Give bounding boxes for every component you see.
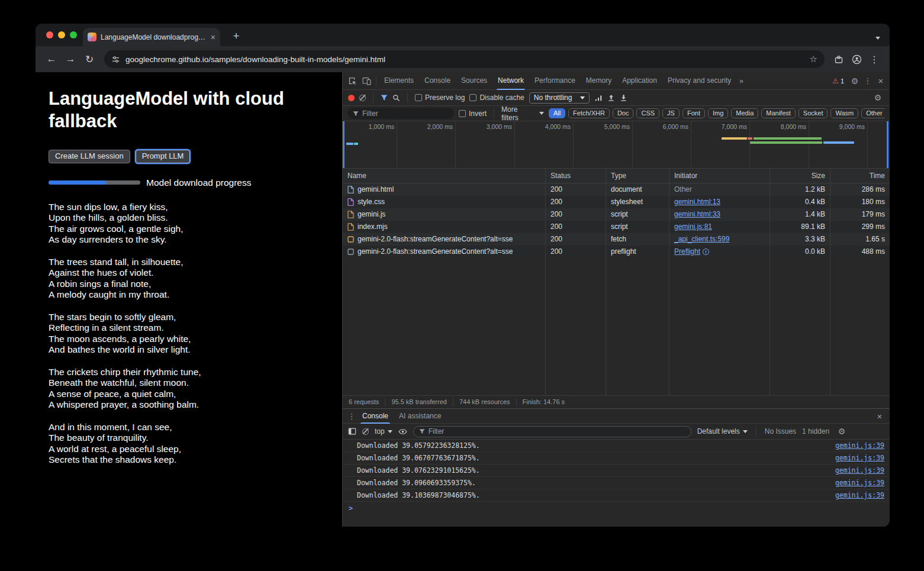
filter-pill-font[interactable]: Font: [682, 108, 705, 118]
devtools-settings-button[interactable]: ⚙: [848, 76, 861, 86]
overview-left-handle[interactable]: [343, 121, 345, 168]
drawer-tab-ai-assistance[interactable]: AI assistance: [394, 409, 446, 424]
create-llm-session-button[interactable]: Create LLM session: [49, 150, 130, 163]
console-sidebar-button[interactable]: [348, 427, 356, 435]
tab-application[interactable]: Application: [617, 72, 662, 90]
console-prompt[interactable]: >: [343, 502, 890, 515]
tab-elements[interactable]: Elements: [379, 72, 419, 90]
log-levels-select[interactable]: Default levels: [697, 427, 748, 435]
warning-icon: ⚠: [832, 78, 839, 85]
filter-pill-socket[interactable]: Socket: [799, 108, 828, 118]
import-har-button[interactable]: [607, 94, 615, 102]
header-status[interactable]: Status: [546, 169, 606, 183]
table-row[interactable]: index.mjs 200 script gemini.js:81 89.1 k…: [343, 221, 890, 233]
console-source-link[interactable]: gemini.js:39: [828, 491, 884, 499]
initiator-link[interactable]: Preflight: [674, 247, 700, 256]
console-source-link[interactable]: gemini.js:39: [828, 441, 884, 450]
context-selector[interactable]: top: [375, 427, 392, 435]
browser-menu-button[interactable]: ⋮: [866, 51, 883, 67]
bookmark-star-icon[interactable]: ☆: [810, 54, 817, 64]
site-info-icon[interactable]: [111, 55, 120, 64]
prompt-llm-button[interactable]: Prompt LLM: [136, 150, 191, 163]
overview-right-handle[interactable]: [887, 121, 888, 168]
tab-privacy-and-security[interactable]: Privacy and security: [662, 72, 736, 90]
record-button[interactable]: [348, 95, 355, 101]
filter-pill-manifest[interactable]: Manifest: [761, 108, 796, 118]
console-source-link[interactable]: gemini.js:39: [828, 479, 884, 487]
network-filter-toggle-button[interactable]: [381, 94, 388, 101]
zoom-window-button[interactable]: [70, 31, 77, 38]
table-row[interactable]: gemini-2.0-flash:streamGenerateContent?a…: [343, 246, 890, 258]
clear-network-log-button[interactable]: [359, 95, 366, 101]
profile-avatar-button[interactable]: [848, 51, 865, 67]
header-size[interactable]: Size: [770, 169, 830, 183]
console-settings-button[interactable]: ⚙: [835, 427, 848, 436]
initiator-link[interactable]: gemini.html:33: [674, 210, 720, 218]
more-tabs-button[interactable]: »: [736, 77, 746, 85]
header-name[interactable]: Name: [343, 169, 546, 183]
tab-sources[interactable]: Sources: [456, 72, 492, 90]
table-row[interactable]: gemini-2.0-flash:streamGenerateContent?a…: [343, 233, 890, 246]
close-window-button[interactable]: [46, 31, 53, 38]
inspect-element-button[interactable]: [345, 73, 359, 89]
minimize-window-button[interactable]: [58, 31, 65, 38]
tab-memory[interactable]: Memory: [581, 72, 617, 90]
initiator-link[interactable]: gemini.js:81: [674, 222, 712, 231]
device-toolbar-button[interactable]: [359, 73, 374, 89]
network-conditions-icon[interactable]: [594, 93, 603, 102]
preflight-info-icon[interactable]: [703, 249, 709, 255]
initiator-link[interactable]: _api_client.ts:599: [674, 235, 729, 243]
export-har-button[interactable]: [620, 94, 627, 102]
initiator-link[interactable]: gemini.html:13: [674, 198, 720, 206]
more-filters-button[interactable]: More filters: [501, 105, 544, 122]
drawer-menu-button[interactable]: ⋮: [346, 412, 357, 421]
network-settings-button[interactable]: ⚙: [871, 93, 884, 102]
network-filter-input[interactable]: [362, 109, 449, 118]
filter-pill-wasm[interactable]: Wasm: [830, 108, 858, 118]
back-button[interactable]: ←: [43, 50, 60, 68]
forward-button[interactable]: →: [62, 50, 79, 68]
extensions-icon[interactable]: [830, 51, 847, 67]
disable-cache-checkbox[interactable]: Disable cache: [469, 93, 524, 102]
tab-network[interactable]: Network: [492, 72, 529, 90]
filter-pill-js[interactable]: JS: [662, 108, 680, 118]
console-source-link[interactable]: gemini.js:39: [828, 454, 884, 462]
devtools-close-button[interactable]: ×: [874, 76, 887, 86]
filter-pill-doc[interactable]: Doc: [613, 108, 634, 118]
network-search-button[interactable]: [392, 94, 400, 102]
table-row[interactable]: gemini.js 200 script gemini.html:33 1.4 …: [343, 208, 890, 221]
throttling-select[interactable]: No throttling: [529, 92, 590, 104]
live-expression-eye-icon[interactable]: [398, 427, 407, 436]
preserve-log-checkbox[interactable]: Preserve log: [415, 93, 465, 102]
tab-search-button[interactable]: [875, 33, 880, 43]
reload-button[interactable]: ↻: [81, 50, 98, 68]
table-row[interactable]: gemini.html 200 document Other 1.2 kB 28…: [343, 183, 890, 196]
error-badge[interactable]: ⚠ 1: [829, 78, 847, 85]
tab-performance[interactable]: Performance: [529, 72, 581, 90]
clear-console-button[interactable]: [362, 428, 369, 435]
header-initiator[interactable]: Initiator: [669, 169, 770, 183]
filter-pill-img[interactable]: Img: [708, 108, 728, 118]
address-bar[interactable]: googlechrome.github.io/samples/downloadi…: [104, 50, 825, 68]
filter-pill-other[interactable]: Other: [861, 108, 885, 118]
console-source-link[interactable]: gemini.js:39: [828, 466, 884, 475]
network-overview-timeline[interactable]: 1,000 ms 2,000 ms 3,000 ms 4,000 ms 5,00…: [343, 121, 890, 169]
invert-checkbox[interactable]: Invert: [459, 109, 487, 118]
filter-pill-media[interactable]: Media: [731, 108, 758, 118]
hidden-messages-count[interactable]: 1 hidden: [802, 427, 829, 435]
console-filter-input[interactable]: [429, 427, 685, 435]
drawer-tab-console[interactable]: Console: [357, 409, 394, 424]
filter-pill-fetch-xhr[interactable]: Fetch/XHR: [568, 108, 610, 118]
browser-tab[interactable]: LanguageModel downloadprogress ×: [83, 28, 220, 46]
issues-status[interactable]: No Issues: [765, 427, 796, 435]
tab-close-icon[interactable]: ×: [211, 33, 215, 41]
header-time[interactable]: Time: [830, 169, 890, 183]
tab-console[interactable]: Console: [419, 72, 456, 90]
drawer-close-button[interactable]: ×: [873, 411, 886, 421]
devtools-menu-button[interactable]: ⋮: [862, 76, 873, 85]
table-row[interactable]: style.css 200 stylesheet gemini.html:13 …: [343, 196, 890, 208]
new-tab-button[interactable]: +: [228, 29, 244, 44]
filter-pill-css[interactable]: CSS: [636, 108, 659, 118]
filter-pill-all[interactable]: All: [549, 108, 565, 118]
header-type[interactable]: Type: [606, 169, 669, 183]
